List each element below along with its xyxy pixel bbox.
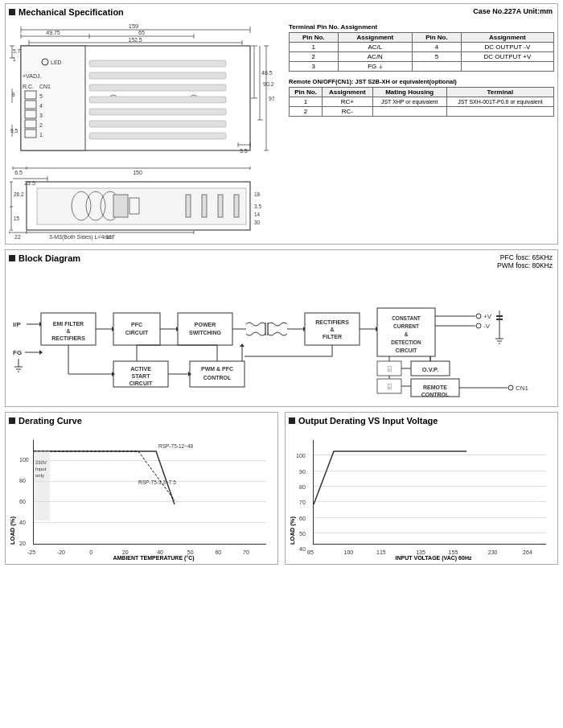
svg-text:RECTIFIERS: RECTIFIERS	[51, 335, 85, 341]
svg-text:152.5: 152.5	[128, 37, 142, 43]
table-row: 2 RC-	[290, 107, 554, 117]
y-tick: 60	[299, 516, 306, 521]
svg-text:I/P: I/P	[13, 321, 21, 328]
svg-rect-81	[113, 195, 128, 217]
x-tick: 100	[344, 549, 354, 555]
svg-text:Input: Input	[35, 467, 47, 471]
th-housing: Mating Housing	[372, 88, 446, 97]
output-curves-svg	[314, 440, 546, 544]
block-section: Block Diagram PFC fosc: 65KHz PWM fosc: …	[5, 249, 558, 407]
svg-rect-65	[89, 133, 226, 139]
cell: JST SXH-001T-P0.6 or equivalent	[446, 97, 553, 107]
x-tick: -20	[57, 549, 65, 555]
cell: 2	[290, 52, 339, 62]
svg-rect-60	[89, 72, 226, 79]
svg-text:26.2: 26.2	[14, 191, 24, 197]
svg-text:only: only	[35, 473, 44, 478]
section-square	[289, 417, 295, 424]
y-tick: 100	[296, 453, 306, 459]
output-y-label: LOAD (%)	[289, 448, 296, 545]
svg-text:SWITCHING: SWITCHING	[189, 330, 222, 335]
cell: DC OUTPUT +V	[461, 52, 553, 62]
derating-section: Derating Curve LOAD (%) 100 80 60 40 20	[5, 412, 278, 565]
case-info: Case No.227A Unit:mm	[473, 7, 553, 15]
y-tick: 20	[19, 541, 26, 546]
cell: AC/N	[338, 52, 413, 62]
svg-text:8: 8	[12, 92, 15, 97]
cell: 4	[413, 43, 462, 52]
svg-text:R.C.: R.C.	[23, 84, 34, 89]
svg-text:EMI FILTER: EMI FILTER	[53, 321, 84, 327]
output-derating-chart: LOAD (%) 100 90 80 70 60 50 40	[289, 432, 554, 561]
svg-text:⌺: ⌺	[388, 365, 392, 372]
svg-text:CN1: CN1	[516, 385, 529, 392]
th-assign1: Assignment	[338, 33, 413, 43]
svg-rect-63	[89, 109, 226, 115]
output-derating-section: Output Derating VS Input Voltage LOAD (%…	[285, 412, 558, 565]
svg-text:15: 15	[14, 216, 20, 221]
svg-text:-V: -V	[483, 323, 491, 330]
svg-text:PFC: PFC	[131, 322, 142, 327]
svg-text:REMOTE: REMOTE	[423, 385, 447, 390]
section-square	[9, 417, 15, 424]
x-tick: 40	[157, 549, 163, 555]
cell	[446, 107, 553, 117]
svg-text:⌺: ⌺	[388, 383, 392, 390]
cell	[372, 107, 446, 117]
svg-text:9.5: 9.5	[10, 128, 18, 134]
x-tick: 50	[187, 549, 194, 555]
x-tick: 70	[243, 549, 249, 555]
cell: DC OUTPUT -V	[461, 43, 553, 52]
svg-rect-86	[234, 195, 239, 217]
svg-rect-85	[218, 195, 223, 217]
y-tick: 50	[299, 531, 306, 537]
svg-text:CONSTANT: CONSTANT	[392, 315, 421, 321]
table-row: 2 AC/N 5 DC OUTPUT +V	[290, 52, 554, 62]
svg-text:RECTIFIERS: RECTIFIERS	[315, 319, 349, 325]
cell: 5	[413, 52, 462, 62]
svg-text:14: 14	[254, 212, 261, 217]
terminal-title: Terminal Pin No. Assignment	[289, 23, 554, 31]
svg-text:CONTROL: CONTROL	[203, 375, 232, 380]
svg-text:3.5: 3.5	[254, 204, 261, 209]
svg-text:&: &	[405, 331, 409, 337]
th-terminal: Terminal	[446, 88, 553, 97]
svg-text:CN1: CN1	[39, 84, 51, 89]
output-chart-area: 100 90 80 70 60 50 40 85 100 115 135 155…	[313, 440, 546, 545]
derating-header: Derating Curve	[9, 416, 274, 426]
svg-text:4: 4	[39, 103, 43, 109]
svg-text:FG: FG	[13, 349, 22, 356]
svg-text:&: &	[330, 327, 334, 332]
svg-text:FILTER: FILTER	[323, 334, 342, 339]
svg-text:3: 3	[39, 113, 43, 118]
y-tick: 100	[19, 457, 29, 463]
x-tick: 115	[376, 549, 386, 555]
x-tick: -25	[27, 549, 35, 555]
x-tick: 85	[307, 549, 314, 555]
svg-text:150: 150	[133, 170, 142, 175]
svg-rect-127	[178, 313, 232, 345]
svg-text:22: 22	[14, 234, 21, 240]
svg-point-170	[508, 385, 513, 390]
th-pin: Pin No.	[290, 88, 323, 97]
svg-text:230V: 230V	[35, 460, 47, 465]
derating-chart: LOAD (%) 100 80 60 40 20 -25 -20	[9, 432, 274, 561]
cell: 1	[290, 43, 339, 52]
svg-text:CONTROL: CONTROL	[421, 392, 450, 397]
block-title: Block Diagram	[18, 253, 80, 263]
y-tick: 90	[299, 469, 306, 475]
output-x-label: INPUT VOLTAGE (VAC) 60Hz	[313, 555, 554, 561]
th-pin1: Pin No.	[290, 33, 339, 43]
mech-title: Mechanical Specification	[18, 7, 124, 17]
x-tick: 20	[122, 549, 129, 555]
cell: 1	[290, 97, 323, 107]
y-tick: 40	[19, 520, 26, 525]
block-diagram-svg: I/P FG EMI FILTER & RECTIFIERS PFC CIRCU	[9, 266, 562, 403]
block-header: Block Diagram	[9, 253, 554, 263]
svg-text:5: 5	[39, 93, 43, 99]
terminal-table: Pin No. Assignment Pin No. Assignment 1 …	[289, 32, 554, 72]
output-derating-title: Output Derating VS Input Voltage	[298, 416, 438, 426]
svg-text:30: 30	[254, 220, 261, 225]
table-row: 3 FG ⏚	[290, 62, 554, 72]
svg-text:ACTIVE: ACTIVE	[130, 366, 151, 372]
